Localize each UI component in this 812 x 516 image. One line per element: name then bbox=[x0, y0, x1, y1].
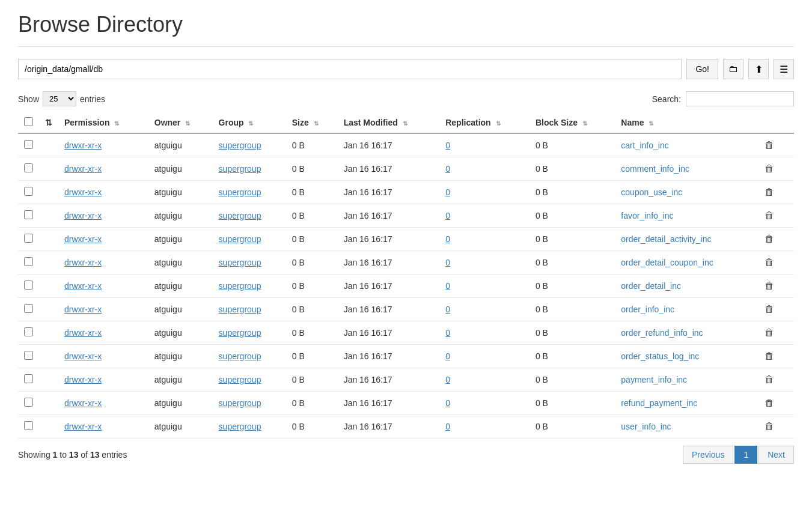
replication-link-8[interactable]: 0 bbox=[445, 328, 450, 338]
delete-button-2[interactable]: 🗑 bbox=[761, 186, 778, 199]
group-link-12[interactable]: supergroup bbox=[219, 422, 261, 431]
permission-link-5[interactable]: drwxr-xr-x bbox=[64, 258, 102, 267]
go-button[interactable]: Go! bbox=[686, 59, 718, 79]
replication-link-7[interactable]: 0 bbox=[445, 305, 450, 314]
replication-link-0[interactable]: 0 bbox=[445, 141, 450, 150]
name-link-3[interactable]: favor_info_inc bbox=[621, 211, 673, 220]
next-button[interactable]: Next bbox=[759, 446, 794, 464]
name-link-9[interactable]: order_status_log_inc bbox=[621, 351, 699, 361]
permission-link-12[interactable]: drwxr-xr-x bbox=[64, 422, 102, 431]
delete-button-12[interactable]: 🗑 bbox=[761, 420, 778, 433]
sort-header[interactable]: ⇅ bbox=[39, 112, 58, 133]
permission-link-2[interactable]: drwxr-xr-x bbox=[64, 187, 102, 197]
replication-link-11[interactable]: 0 bbox=[445, 398, 450, 408]
group-link-5[interactable]: supergroup bbox=[219, 258, 261, 267]
upload-button[interactable]: ⬆ bbox=[748, 59, 769, 79]
group-link-11[interactable]: supergroup bbox=[219, 398, 261, 408]
permission-link-11[interactable]: drwxr-xr-x bbox=[64, 398, 102, 408]
row-checkbox-7[interactable] bbox=[24, 304, 33, 313]
size-header[interactable]: Size ⇅ bbox=[286, 112, 338, 133]
permission-link-10[interactable]: drwxr-xr-x bbox=[64, 375, 102, 384]
search-input[interactable] bbox=[686, 91, 794, 106]
row-checkbox-12[interactable] bbox=[24, 421, 33, 430]
replication-link-1[interactable]: 0 bbox=[445, 164, 450, 174]
row-checkbox-4[interactable] bbox=[24, 234, 33, 243]
name-link-8[interactable]: order_refund_info_inc bbox=[621, 328, 703, 338]
block-size-header[interactable]: Block Size ⇅ bbox=[530, 112, 615, 133]
delete-button-9[interactable]: 🗑 bbox=[761, 350, 778, 363]
permission-header[interactable]: Permission ⇅ bbox=[58, 112, 148, 133]
name-link-11[interactable]: refund_payment_inc bbox=[621, 398, 697, 408]
permission-link-4[interactable]: drwxr-xr-x bbox=[64, 234, 102, 244]
permission-link-3[interactable]: drwxr-xr-x bbox=[64, 211, 102, 220]
group-link-1[interactable]: supergroup bbox=[219, 164, 261, 174]
group-link-4[interactable]: supergroup bbox=[219, 234, 261, 244]
name-header[interactable]: Name ⇅ bbox=[615, 112, 755, 133]
group-link-7[interactable]: supergroup bbox=[219, 305, 261, 314]
replication-link-10[interactable]: 0 bbox=[445, 375, 450, 384]
delete-button-3[interactable]: 🗑 bbox=[761, 209, 778, 222]
row-checkbox-0[interactable] bbox=[24, 140, 33, 149]
replication-link-2[interactable]: 0 bbox=[445, 187, 450, 197]
row-checkbox-5[interactable] bbox=[24, 257, 33, 266]
page-1-button[interactable]: 1 bbox=[734, 446, 757, 464]
group-link-8[interactable]: supergroup bbox=[219, 328, 261, 338]
delete-button-5[interactable]: 🗑 bbox=[761, 256, 778, 269]
row-checkbox-2[interactable] bbox=[24, 187, 33, 196]
replication-link-4[interactable]: 0 bbox=[445, 234, 450, 244]
group-link-10[interactable]: supergroup bbox=[219, 375, 261, 384]
permission-link-8[interactable]: drwxr-xr-x bbox=[64, 328, 102, 338]
name-link-5[interactable]: order_detail_coupon_inc bbox=[621, 258, 713, 267]
name-link-2[interactable]: coupon_use_inc bbox=[621, 187, 682, 197]
delete-button-11[interactable]: 🗑 bbox=[761, 396, 778, 410]
row-checkbox-9[interactable] bbox=[24, 351, 33, 360]
group-link-9[interactable]: supergroup bbox=[219, 351, 261, 361]
name-link-10[interactable]: payment_info_inc bbox=[621, 375, 687, 384]
delete-button-8[interactable]: 🗑 bbox=[761, 326, 778, 339]
row-checkbox-11[interactable] bbox=[24, 398, 33, 407]
path-input[interactable] bbox=[18, 59, 682, 79]
permission-link-1[interactable]: drwxr-xr-x bbox=[64, 164, 102, 174]
previous-button[interactable]: Previous bbox=[683, 446, 733, 464]
list-view-button[interactable]: ☰ bbox=[774, 59, 794, 79]
entries-select[interactable]: 10 25 50 100 bbox=[43, 91, 76, 106]
delete-button-0[interactable]: 🗑 bbox=[761, 139, 778, 152]
group-link-6[interactable]: supergroup bbox=[219, 281, 261, 291]
replication-link-5[interactable]: 0 bbox=[445, 258, 450, 267]
last-modified-header[interactable]: Last Modified ⇅ bbox=[338, 112, 440, 133]
row-checkbox-3[interactable] bbox=[24, 210, 33, 219]
permission-link-0[interactable]: drwxr-xr-x bbox=[64, 141, 102, 150]
group-link-3[interactable]: supergroup bbox=[219, 211, 261, 220]
group-link-0[interactable]: supergroup bbox=[219, 141, 261, 150]
name-link-1[interactable]: comment_info_inc bbox=[621, 164, 689, 174]
replication-link-6[interactable]: 0 bbox=[445, 281, 450, 291]
delete-button-1[interactable]: 🗑 bbox=[761, 162, 778, 175]
owner-header[interactable]: Owner ⇅ bbox=[148, 112, 213, 133]
row-owner: atguigu bbox=[148, 204, 213, 228]
group-header[interactable]: Group ⇅ bbox=[213, 112, 286, 133]
name-link-7[interactable]: order_info_inc bbox=[621, 305, 674, 314]
row-checkbox-1[interactable] bbox=[24, 163, 33, 172]
replication-link-3[interactable]: 0 bbox=[445, 211, 450, 220]
delete-button-7[interactable]: 🗑 bbox=[761, 303, 778, 316]
row-checkbox-6[interactable] bbox=[24, 281, 33, 290]
permission-link-9[interactable]: drwxr-xr-x bbox=[64, 351, 102, 361]
replication-link-9[interactable]: 0 bbox=[445, 351, 450, 361]
delete-button-10[interactable]: 🗑 bbox=[761, 373, 778, 386]
select-all-checkbox[interactable] bbox=[24, 117, 33, 126]
name-link-4[interactable]: order_detail_activity_inc bbox=[621, 234, 711, 244]
name-link-6[interactable]: order_detail_inc bbox=[621, 281, 681, 291]
delete-button-4[interactable]: 🗑 bbox=[761, 232, 778, 246]
folder-button[interactable]: 🗀 bbox=[723, 59, 743, 79]
row-checkbox-10[interactable] bbox=[24, 374, 33, 383]
delete-button-6[interactable]: 🗑 bbox=[761, 279, 778, 293]
permission-link-7[interactable]: drwxr-xr-x bbox=[64, 305, 102, 314]
replication-link-12[interactable]: 0 bbox=[445, 422, 450, 431]
row-group: supergroup bbox=[213, 275, 286, 298]
name-link-12[interactable]: user_info_inc bbox=[621, 422, 671, 431]
permission-link-6[interactable]: drwxr-xr-x bbox=[64, 281, 102, 291]
group-link-2[interactable]: supergroup bbox=[219, 187, 261, 197]
name-link-0[interactable]: cart_info_inc bbox=[621, 141, 668, 150]
row-checkbox-8[interactable] bbox=[24, 327, 33, 336]
replication-header[interactable]: Replication ⇅ bbox=[439, 112, 530, 133]
